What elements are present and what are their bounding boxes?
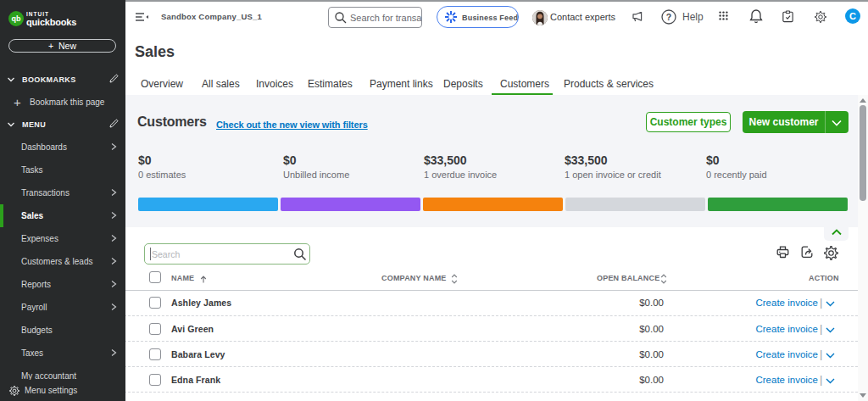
svg-text:?: ? (666, 12, 671, 22)
